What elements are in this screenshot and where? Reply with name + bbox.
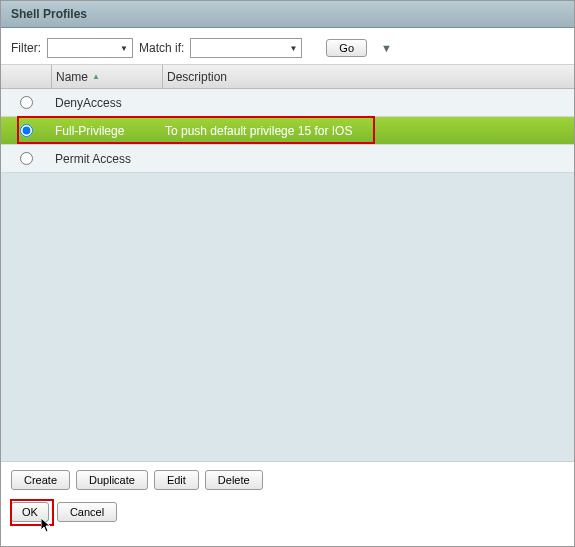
table-header: Name ▲ Description [1,65,574,89]
delete-button[interactable]: Delete [205,470,263,490]
cancel-button[interactable]: Cancel [57,502,117,522]
chevron-down-icon: ▼ [289,44,297,53]
footer-bar: OK Cancel [1,496,574,532]
row-radio[interactable] [20,96,33,109]
filter-bar: Filter: ▼ Match if: ▼ Go ▼ [1,28,574,65]
match-if-dropdown[interactable]: ▼ [190,38,302,58]
ok-button[interactable]: OK [11,502,49,522]
table-row[interactable]: DenyAccess [1,89,574,117]
row-name: Permit Access [51,152,161,166]
filter-label: Filter: [11,41,41,55]
action-bar: Create Duplicate Edit Delete [1,461,574,496]
row-radio[interactable] [20,152,33,165]
duplicate-button[interactable]: Duplicate [76,470,148,490]
profiles-table: Name ▲ Description DenyAccess Full-Privi… [1,65,574,461]
table-row[interactable]: Permit Access [1,145,574,173]
filter-type-dropdown[interactable]: ▼ [47,38,133,58]
match-if-label: Match if: [139,41,184,55]
edit-button[interactable]: Edit [154,470,199,490]
sort-asc-icon: ▲ [92,72,100,81]
go-button[interactable]: Go [326,39,367,57]
row-name: DenyAccess [51,96,161,110]
row-name: Full-Privilege [51,124,161,138]
row-desc: To push default privilege 15 for IOS [161,124,574,138]
chevron-down-icon: ▼ [120,44,128,53]
column-name[interactable]: Name ▲ [52,70,162,84]
row-radio[interactable] [20,124,33,137]
filter-expand-icon[interactable]: ▼ [381,42,392,54]
table-row[interactable]: Full-Privilege To push default privilege… [1,117,574,145]
column-description[interactable]: Description [163,70,574,84]
panel-title: Shell Profiles [1,1,574,28]
create-button[interactable]: Create [11,470,70,490]
